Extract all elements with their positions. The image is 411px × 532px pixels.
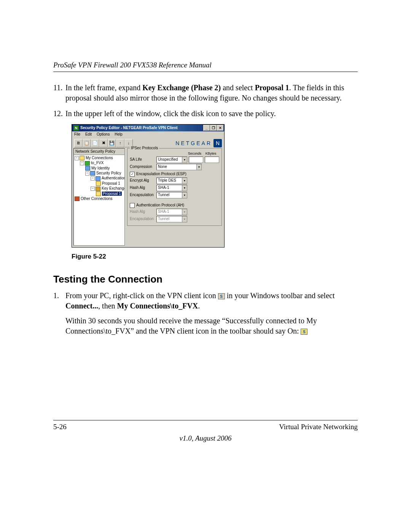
policy-icon <box>90 171 95 176</box>
step-11: 11. In the left frame, expand Key Exchan… <box>53 83 358 103</box>
col-seconds: Seconds <box>187 152 202 156</box>
step-number: 11. <box>53 83 65 103</box>
ah-hash-alg-select: SHA-1 <box>156 209 187 215</box>
text: . <box>198 302 200 310</box>
move-up-icon[interactable]: ↑ <box>116 139 124 147</box>
text: in your Windows toolbar and select <box>225 291 335 300</box>
sa-life-select[interactable]: Unspecified <box>156 157 187 163</box>
key-icon <box>96 187 100 191</box>
sa-life-label: SA Life <box>130 157 156 162</box>
page-number: 5-26 <box>53 423 67 431</box>
menu-file[interactable]: File <box>74 132 80 136</box>
text: and select <box>221 83 255 92</box>
text: In the left frame, expand <box>65 83 142 92</box>
logo-mark-icon: N <box>213 139 222 147</box>
collapse-icon[interactable]: − <box>75 156 79 160</box>
section-heading: Testing the Connection <box>53 273 358 285</box>
menubar: File Edit Options Help <box>72 131 224 137</box>
encapsulation-select[interactable]: Tunnel <box>156 192 187 198</box>
logo-text: NETGEAR <box>175 140 212 147</box>
app-icon: N <box>73 125 79 131</box>
tree-other-connections[interactable]: Other Connections <box>75 197 124 201</box>
copy-icon[interactable]: 📋 <box>83 139 91 147</box>
hash-alg-label: Hash Alg <box>130 185 156 190</box>
new-doc-icon[interactable]: 🗎 <box>74 139 83 147</box>
window-title: Security Policy Editor - NETGEAR ProSafe… <box>80 126 203 130</box>
tree-label: Security Policy <box>96 171 121 175</box>
tree-my-connections[interactable]: −My Connections −to_FVX My Identity −Sec… <box>75 156 124 196</box>
app-window: N Security Policy Editor - NETGEAR ProSa… <box>72 124 225 248</box>
encrypt-alg-select[interactable]: Triple DES <box>156 177 187 184</box>
ah-label: Authentication Protocol (AH) <box>136 203 184 208</box>
step-12: 12. In the upper left of the window, cli… <box>53 109 358 119</box>
menu-help[interactable]: Help <box>115 132 123 136</box>
netgear-logo: NETGEAR N <box>175 139 222 147</box>
text-bold: My Connections\to_FVX <box>117 302 198 310</box>
vpn-client-tray-icon: S <box>218 293 225 299</box>
menu-options[interactable]: Options <box>97 132 110 136</box>
text-bold: Connect... <box>65 302 98 310</box>
collapse-icon[interactable]: − <box>80 161 84 165</box>
ah-encapsulation-label: Encapsulation <box>130 217 156 221</box>
proposal-icon <box>96 181 101 186</box>
text: From your PC, right-click on the VPN cli… <box>65 291 218 300</box>
proposal-details-pane: IPSec Protocols Seconds KBytes SA Life U… <box>126 148 224 247</box>
window-titlebar: N Security Policy Editor - NETGEAR ProSa… <box>72 125 224 131</box>
close-icon[interactable]: ✕ <box>217 125 224 131</box>
identity-icon <box>85 166 90 171</box>
globe-icon <box>85 161 90 166</box>
paste-icon[interactable]: 📄 <box>91 139 99 147</box>
tree-label-selected: Proposal 1 <box>102 192 122 196</box>
text-bold: Proposal 1 <box>255 83 289 92</box>
text: , then <box>98 302 117 310</box>
col-kbytes: KBytes <box>203 152 218 156</box>
page-header: ProSafe VPN Firewall 200 FVX538 Referenc… <box>53 61 358 72</box>
text: In the upper left of the window, click t… <box>65 109 358 119</box>
tree-label: to_FVX <box>91 161 104 165</box>
step-number: 1. <box>53 291 65 336</box>
tree-key-exchange-phase2[interactable]: −Key Exchange (Phase 2) Proposal 1 <box>91 186 124 196</box>
delete-icon[interactable]: ✖ <box>99 139 108 147</box>
text: Within 30 seconds you should receive the… <box>65 316 317 335</box>
tree-proposal1-phase2[interactable]: Proposal 1 <box>96 192 124 196</box>
vpn-client-tray-icon-on: S <box>301 329 307 335</box>
other-icon <box>75 197 80 201</box>
encapsulation-label: Encapsulation <box>130 193 156 197</box>
compression-select[interactable]: None <box>156 164 202 170</box>
encrypt-alg-label: Encrypt Alg <box>130 178 156 183</box>
tree-label: My Identity <box>91 166 110 170</box>
figure-caption: Figure 5-22 <box>72 253 358 260</box>
chapter-title: Virtual Private Networking <box>279 423 358 431</box>
collapse-icon[interactable]: − <box>91 176 95 181</box>
tree-label: Other Connections <box>81 197 112 201</box>
ah-checkbox[interactable] <box>130 203 135 208</box>
collapse-icon[interactable]: − <box>85 171 89 176</box>
sa-life-kbytes-input[interactable] <box>205 157 219 163</box>
tree-label: Key Exchange (Phase 2) <box>102 186 125 190</box>
hash-alg-select[interactable]: SHA-1 <box>156 185 187 191</box>
footer-rule: 5-26 Virtual Private Networking v1.0, Au… <box>53 420 358 443</box>
ipsec-protocols-group: IPSec Protocols Seconds KBytes SA Life U… <box>127 148 222 226</box>
policy-tree-pane: Network Security Policy −My Connections … <box>73 148 125 246</box>
ah-encapsulation-select: Tunnel <box>156 216 187 222</box>
text-bold: Key Exchange (Phase 2) <box>142 83 221 92</box>
tree-label: Proposal 1 <box>102 181 120 185</box>
save-icon[interactable]: 💾 <box>108 139 116 147</box>
esp-label: Encapsulation Protocol (ESP) <box>136 172 186 176</box>
tree-label: Authentication (Phase 1) <box>102 176 125 180</box>
minimize-icon[interactable]: _ <box>203 125 210 131</box>
collapse-icon[interactable]: − <box>91 187 95 191</box>
phase-icon <box>96 176 100 181</box>
tree-label: My Connections <box>86 156 113 160</box>
esp-checkbox[interactable]: ✓ <box>130 172 135 177</box>
tree-header: Network Security Policy <box>74 149 124 155</box>
tree-my-identity[interactable]: My Identity <box>85 166 124 171</box>
restore-icon[interactable]: ❐ <box>210 125 217 131</box>
tree-proposal1-phase1[interactable]: Proposal 1 <box>96 181 124 186</box>
tree-to-fvx[interactable]: −to_FVX My Identity −Security Policy <box>80 161 124 196</box>
menu-edit[interactable]: Edit <box>85 132 92 136</box>
tree-security-policy[interactable]: −Security Policy −Authentication (Phase … <box>85 171 124 196</box>
tree-auth-phase1[interactable]: −Authentication (Phase 1) Proposal 1 <box>91 176 124 186</box>
sa-life-seconds-input[interactable] <box>189 157 203 163</box>
folder-icon <box>80 156 84 160</box>
